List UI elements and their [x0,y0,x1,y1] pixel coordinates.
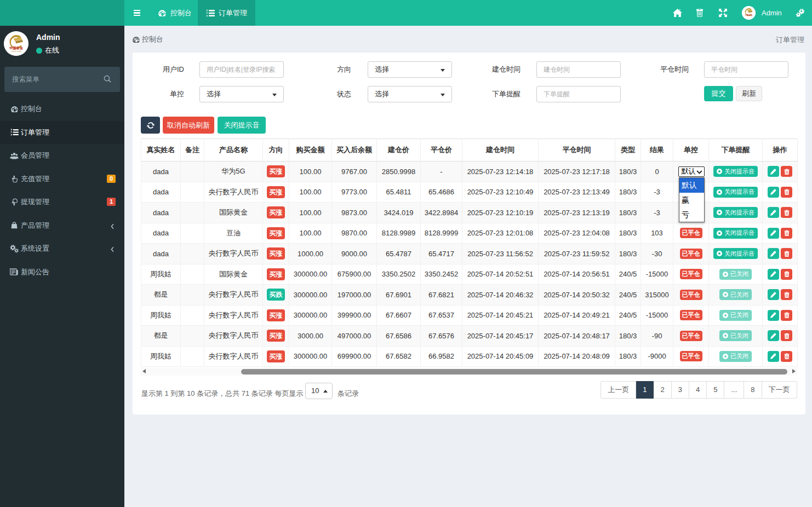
svg-text:中国黄金: 中国黄金 [9,46,24,50]
svg-text:China Gold: China Gold [12,50,21,53]
svg-text:中国黄金: 中国黄金 [745,14,753,16]
